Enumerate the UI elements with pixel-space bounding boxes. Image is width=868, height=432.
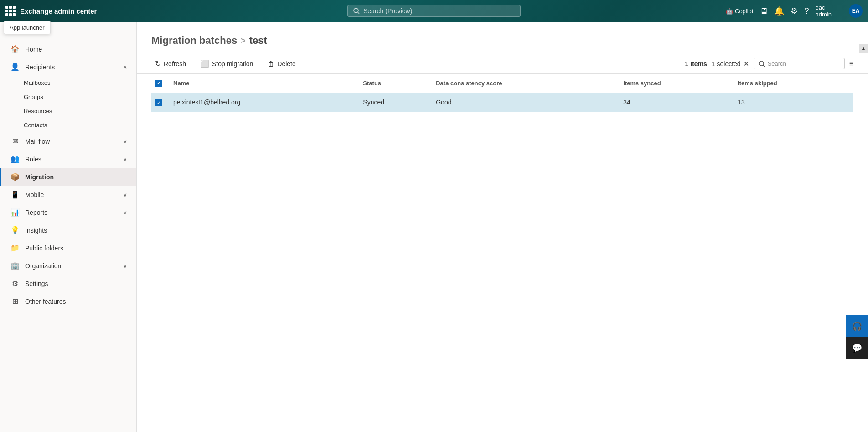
headset-icon: 🎧	[852, 321, 862, 331]
publicfolders-icon: 📁	[10, 244, 20, 252]
breadcrumb: Migration batches > test	[151, 35, 853, 47]
sidebar-item-home[interactable]: 🏠 Home	[0, 40, 136, 58]
migration-table: ✓ Name Status Data consistency score Ite	[151, 74, 853, 112]
delete-button[interactable]: 🗑 Delete	[264, 58, 299, 69]
svg-point-0	[354, 8, 358, 13]
sidebar-item-mailflow[interactable]: ✉ Mail flow ∨	[0, 132, 136, 150]
help-button[interactable]: ?	[804, 6, 809, 16]
main-layout: ☰ 🏠 Home 👤 Recipients ∧ Mailboxes Groups…	[0, 22, 868, 432]
row-status: Synced	[359, 93, 432, 112]
sidebar-item-organization-label: Organization	[25, 262, 118, 270]
topbar-left: App launcher Exchange admin center	[5, 6, 142, 16]
sidebar-item-migration-label: Migration	[25, 173, 127, 181]
reports-icon: 📊	[10, 208, 20, 217]
row-checkbox-cell: ✓	[151, 93, 170, 112]
table-row[interactable]: ✓ peixintest1@bellred.org Synced Good 34…	[151, 93, 853, 112]
chevron-down-icon-org: ∨	[123, 263, 127, 269]
app-launcher-button[interactable]	[5, 6, 16, 16]
sidebar-item-insights[interactable]: 💡 Insights	[0, 221, 136, 239]
mobile-icon: 📱	[10, 190, 20, 199]
row-synced: 34	[620, 93, 734, 112]
main-content: ▲ Migration batches > test ↻ Refresh ⬜ S…	[137, 22, 868, 432]
sidebar-item-resources[interactable]: Resources	[0, 104, 136, 118]
migration-icon: 📦	[10, 172, 20, 181]
sidebar-item-reports-label: Reports	[25, 209, 118, 216]
chevron-down-icon-roles: ∨	[123, 156, 127, 162]
selected-label: 1 selected	[712, 60, 741, 68]
column-header-synced: Items synced	[620, 74, 734, 93]
toolbar: ↻ Refresh ⬜ Stop migration 🗑 Delete 1 It…	[137, 54, 868, 74]
headset-button[interactable]: 🎧	[846, 315, 868, 337]
mailflow-icon: ✉	[10, 137, 20, 146]
column-header-status: Status	[359, 74, 432, 93]
collapse-arrow[interactable]: ▲	[859, 44, 868, 53]
global-search[interactable]: Search (Preview)	[347, 5, 521, 17]
sidebar: ☰ 🏠 Home 👤 Recipients ∧ Mailboxes Groups…	[0, 22, 137, 432]
copilot-icon: 🤖	[726, 8, 733, 15]
sidebar-item-settings-label: Settings	[25, 280, 127, 287]
settings-button[interactable]: ⚙	[790, 6, 798, 16]
otherfeatures-icon: ⊞	[10, 297, 20, 306]
topbar-center: Search (Preview)	[142, 5, 726, 17]
delete-icon: 🗑	[268, 60, 274, 68]
column-header-consistency: Data consistency score	[432, 74, 620, 93]
sidebar-item-recipients[interactable]: 👤 Recipients ∧	[0, 58, 136, 76]
sidebar-item-otherfeatures[interactable]: ⊞ Other features	[0, 292, 136, 310]
sidebar-item-mailflow-label: Mail flow	[25, 138, 118, 145]
column-header-checkbox: ✓	[151, 74, 170, 93]
svg-point-2	[759, 61, 764, 66]
chevron-down-icon: ∨	[123, 138, 127, 145]
sidebar-item-home-label: Home	[25, 46, 127, 53]
user-name: eac admin	[815, 4, 842, 18]
sidebar-item-mobile-label: Mobile	[25, 191, 118, 198]
chevron-down-icon-mobile: ∨	[123, 192, 127, 198]
sidebar-item-mobile[interactable]: 📱 Mobile ∨	[0, 186, 136, 203]
select-all-checkbox[interactable]: ✓	[155, 80, 162, 87]
insights-icon: 💡	[10, 226, 20, 234]
sidebar-item-otherfeatures-label: Other features	[25, 298, 127, 305]
clear-selection-button[interactable]: ✕	[744, 60, 749, 68]
sidebar-item-publicfolders[interactable]: 📁 Public folders	[0, 239, 136, 257]
refresh-icon: ↻	[155, 59, 161, 68]
sidebar-item-contacts[interactable]: Contacts	[0, 118, 136, 132]
sidebar-item-roles[interactable]: 👥 Roles ∨	[0, 150, 136, 168]
refresh-button[interactable]: ↻ Refresh	[151, 57, 190, 70]
chevron-down-icon-reports: ∨	[123, 209, 127, 216]
row-checkbox[interactable]: ✓	[155, 99, 162, 106]
row-skipped: 13	[734, 93, 853, 112]
chat-button[interactable]: 💬	[846, 337, 868, 359]
settings-nav-icon: ⚙	[10, 279, 20, 288]
table-search[interactable]: Search	[754, 58, 845, 69]
chevron-up-icon: ∧	[123, 64, 127, 70]
toolbar-right: 1 Items 1 selected ✕ Search ≡	[685, 58, 853, 69]
sidebar-item-publicfolders-label: Public folders	[25, 245, 127, 252]
svg-line-3	[763, 65, 765, 67]
sidebar-item-migration[interactable]: 📦 Migration	[0, 168, 136, 186]
fullscreen-button[interactable]: 🖥	[760, 6, 768, 16]
table-search-placeholder: Search	[768, 60, 786, 67]
notifications-button[interactable]: 🔔	[774, 6, 784, 16]
search-icon	[353, 8, 360, 14]
filter-icon[interactable]: ≡	[849, 60, 853, 68]
column-header-name: Name	[170, 74, 359, 93]
roles-icon: 👥	[10, 155, 20, 163]
svg-line-1	[358, 12, 359, 14]
stop-migration-button[interactable]: ⬜ Stop migration	[197, 58, 257, 70]
items-count: 1 Items	[685, 60, 707, 68]
avatar[interactable]: EA	[849, 4, 863, 18]
content-header: Migration batches > test	[137, 22, 868, 54]
row-consistency: Good	[432, 93, 620, 112]
table-search-icon	[759, 61, 765, 67]
chat-icon: 💬	[852, 343, 862, 353]
sidebar-item-groups[interactable]: Groups	[0, 90, 136, 104]
sidebar-item-reports[interactable]: 📊 Reports ∨	[0, 203, 136, 221]
organization-icon: 🏢	[10, 261, 20, 270]
app-launcher-tooltip: App launcher	[4, 21, 51, 34]
home-icon: 🏠	[10, 45, 20, 53]
sidebar-item-organization[interactable]: 🏢 Organization ∨	[0, 257, 136, 275]
copilot-button[interactable]: 🤖 Copilot	[726, 8, 753, 15]
float-buttons: 🎧 💬	[846, 315, 868, 359]
breadcrumb-parent[interactable]: Migration batches	[151, 35, 237, 47]
sidebar-item-settings[interactable]: ⚙ Settings	[0, 275, 136, 292]
sidebar-item-mailboxes[interactable]: Mailboxes	[0, 76, 136, 90]
